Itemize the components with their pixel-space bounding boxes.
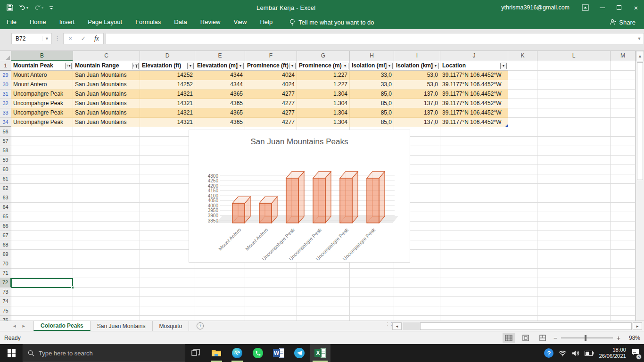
cell-F34[interactable]: 4277 (245, 118, 297, 127)
cell-C65[interactable] (73, 212, 140, 222)
cell-B62[interactable] (11, 184, 73, 193)
cell-G71[interactable] (297, 269, 350, 278)
cell-E31[interactable]: 4365 (195, 90, 245, 99)
normal-view-icon[interactable] (503, 333, 515, 343)
cell-L60[interactable] (537, 165, 611, 174)
cell-B31[interactable]: Uncompahgre Peak (11, 90, 73, 99)
column-header-L[interactable]: L (537, 51, 611, 61)
cell-G75[interactable] (297, 306, 350, 316)
cell-J34[interactable]: 39.1177°N 106.4452°W (440, 118, 508, 127)
cell-B32[interactable]: Uncompahgre Peak (11, 99, 73, 108)
cell-L32[interactable] (537, 99, 611, 108)
cell-C31[interactable]: San Juan Mountains (73, 90, 140, 99)
cell-M56[interactable] (611, 127, 636, 137)
cell-C59[interactable] (73, 156, 140, 165)
cell-M63[interactable] (611, 193, 636, 203)
column-header-F[interactable]: F (245, 51, 297, 61)
cell-M29[interactable] (611, 71, 636, 80)
cell-F76[interactable] (245, 316, 297, 321)
fill-handle[interactable] (71, 286, 74, 289)
cell-D74[interactable] (140, 297, 195, 306)
cell-C29[interactable]: San Juan Mountains (73, 71, 140, 80)
row-header-68[interactable]: 68 (0, 240, 11, 250)
ribbon-tab-data[interactable]: Data (167, 15, 193, 29)
wifi-icon[interactable] (559, 350, 567, 356)
cell-L30[interactable] (537, 80, 611, 90)
cell-E71[interactable] (195, 269, 245, 278)
row-header-1[interactable]: 1 (0, 61, 11, 71)
cell-C76[interactable] (73, 316, 140, 321)
cell-L63[interactable] (537, 193, 611, 203)
cell-C64[interactable] (73, 203, 140, 212)
cell-H1[interactable]: Isolation (mi)▾ (350, 61, 394, 71)
cell-B73[interactable] (11, 288, 73, 297)
cell-I73[interactable] (394, 288, 440, 297)
cell-J73[interactable] (440, 288, 508, 297)
cell-L59[interactable] (537, 156, 611, 165)
cell-C68[interactable] (73, 240, 140, 250)
cell-C1[interactable]: Mountain Range↑ (73, 61, 140, 71)
cell-H73[interactable] (350, 288, 394, 297)
row-header-57[interactable]: 57 (0, 137, 11, 146)
cancel-formula-icon[interactable]: × (64, 35, 77, 42)
cell-L69[interactable] (537, 250, 611, 259)
cell-C69[interactable] (73, 250, 140, 259)
cell-K33[interactable] (508, 108, 537, 118)
sheet-tab-san-juan-montains[interactable]: San Juan Montains (91, 321, 153, 331)
cell-J29[interactable]: 39.1177°N 106.4452°W (440, 71, 508, 80)
cell-F30[interactable]: 4024 (245, 80, 297, 90)
vertical-scrollbar-thumb[interactable] (637, 62, 643, 180)
name-box[interactable]: B72 ▼ (11, 33, 52, 44)
cell-G30[interactable]: 1.227 (297, 80, 350, 90)
selected-cell-outline[interactable] (11, 278, 73, 288)
cell-D60[interactable] (140, 165, 195, 174)
taskbar-search[interactable] (23, 344, 185, 362)
header-filter-button-dropdown[interactable]: ▾ (500, 63, 507, 69)
cell-M73[interactable] (611, 288, 636, 297)
cell-M30[interactable] (611, 80, 636, 90)
header-filter-button-dropdown[interactable]: ▾ (432, 63, 439, 69)
cell-H33[interactable]: 85,0 (350, 108, 394, 118)
cell-H31[interactable]: 85,0 (350, 90, 394, 99)
cell-C67[interactable] (73, 231, 140, 240)
redo-button[interactable]: ▾ (32, 4, 45, 12)
account-email[interactable]: ythrisma3916@gmail.com (501, 4, 570, 11)
cell-M33[interactable] (611, 108, 636, 118)
cell-E73[interactable] (195, 288, 245, 297)
cell-G72[interactable] (297, 278, 350, 288)
cell-J64[interactable] (440, 203, 508, 212)
cell-M57[interactable] (611, 137, 636, 146)
cell-F1[interactable]: Prominence (ft)▾ (245, 61, 297, 71)
cell-L68[interactable] (537, 240, 611, 250)
cell-B65[interactable] (11, 212, 73, 222)
cell-J74[interactable] (440, 297, 508, 306)
cell-J66[interactable] (440, 222, 508, 231)
cell-K67[interactable] (508, 231, 537, 240)
cell-K56[interactable] (508, 127, 537, 137)
cell-L71[interactable] (537, 269, 611, 278)
cell-H29[interactable]: 33,0 (350, 71, 394, 80)
cell-G34[interactable]: 1.304 (297, 118, 350, 127)
cell-M61[interactable] (611, 174, 636, 184)
cell-E75[interactable] (195, 306, 245, 316)
hscroll-right-icon[interactable]: ▸ (633, 322, 642, 330)
cell-H71[interactable] (350, 269, 394, 278)
cell-E76[interactable] (195, 316, 245, 321)
word-button[interactable]: W (268, 344, 289, 362)
column-header-E[interactable]: E (195, 51, 245, 61)
header-filter-button-dropdown[interactable]: ▾ (289, 63, 296, 69)
ribbon-tab-formulas[interactable]: Formulas (129, 15, 167, 29)
cell-E34[interactable]: 4365 (195, 118, 245, 127)
cell-B69[interactable] (11, 250, 73, 259)
cell-J62[interactable] (440, 184, 508, 193)
cell-E72[interactable] (195, 278, 245, 288)
cell-B63[interactable] (11, 193, 73, 203)
cell-J72[interactable] (440, 278, 508, 288)
cell-L65[interactable] (537, 212, 611, 222)
cell-D72[interactable] (140, 278, 195, 288)
cell-B67[interactable] (11, 231, 73, 240)
insert-function-icon[interactable]: fx (90, 35, 103, 42)
cell-C30[interactable]: San Juan Mountains (73, 80, 140, 90)
cell-J56[interactable] (440, 127, 508, 137)
restore-button[interactable] (611, 0, 627, 15)
